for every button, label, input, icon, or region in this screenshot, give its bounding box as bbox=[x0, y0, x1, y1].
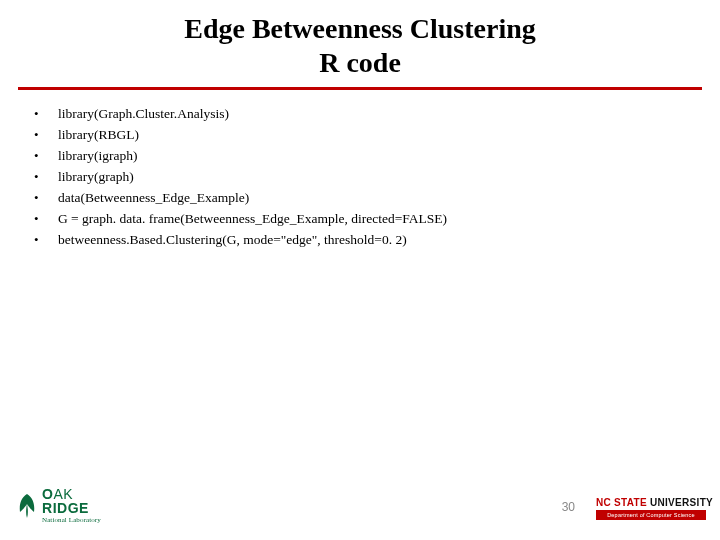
list-item: library(RBGL) bbox=[28, 125, 720, 146]
code-line: data(Betweenness_Edge_Example) bbox=[58, 190, 249, 205]
oak-ridge-line2: RIDGE bbox=[42, 501, 101, 515]
nc-state-dept-bar: Department of Computer Science bbox=[596, 510, 706, 520]
list-item: betweenness.Based.Clustering(G, mode="ed… bbox=[28, 230, 720, 251]
page-number: 30 bbox=[562, 500, 575, 514]
list-item: library(graph) bbox=[28, 167, 720, 188]
ncsu-red-text: NC STATE bbox=[596, 497, 647, 508]
leaf-icon bbox=[16, 492, 38, 520]
oak-ridge-logo: OAK RIDGE National Laboratory bbox=[16, 487, 101, 524]
oak-ridge-line1: OAK bbox=[42, 487, 101, 501]
logo-char: R bbox=[42, 500, 53, 516]
footer: OAK RIDGE National Laboratory 30 NC STAT… bbox=[0, 486, 720, 530]
code-line: library(RBGL) bbox=[58, 127, 139, 142]
code-line: betweenness.Based.Clustering(G, mode="ed… bbox=[58, 232, 407, 247]
oak-ridge-text: OAK RIDGE National Laboratory bbox=[42, 487, 101, 524]
list-item: data(Betweenness_Edge_Example) bbox=[28, 188, 720, 209]
ncsu-black-text: UNIVERSITY bbox=[647, 497, 713, 508]
title-line-1: Edge Betweenness Clustering bbox=[0, 12, 720, 46]
oak-ridge-sub: National Laboratory bbox=[42, 517, 101, 524]
code-line: library(igraph) bbox=[58, 148, 137, 163]
list-item: library(igraph) bbox=[28, 146, 720, 167]
title-block: Edge Betweenness Clustering R code bbox=[0, 0, 720, 79]
code-line: library(graph) bbox=[58, 169, 134, 184]
list-item: G = graph. data. frame(Betweenness_Edge_… bbox=[28, 209, 720, 230]
code-list: library(Graph.Cluster.Analysis) library(… bbox=[28, 104, 720, 250]
code-line: G = graph. data. frame(Betweenness_Edge_… bbox=[58, 211, 447, 226]
title-line-2: R code bbox=[0, 46, 720, 80]
code-line: library(Graph.Cluster.Analysis) bbox=[58, 106, 229, 121]
slide: Edge Betweenness Clustering R code libra… bbox=[0, 0, 720, 540]
nc-state-logo: NC STATE UNIVERSITY Department of Comput… bbox=[596, 497, 706, 520]
list-item: library(Graph.Cluster.Analysis) bbox=[28, 104, 720, 125]
content-area: library(Graph.Cluster.Analysis) library(… bbox=[0, 90, 720, 250]
logo-char: IDGE bbox=[53, 500, 89, 516]
nc-state-wordmark: NC STATE UNIVERSITY bbox=[596, 497, 706, 508]
